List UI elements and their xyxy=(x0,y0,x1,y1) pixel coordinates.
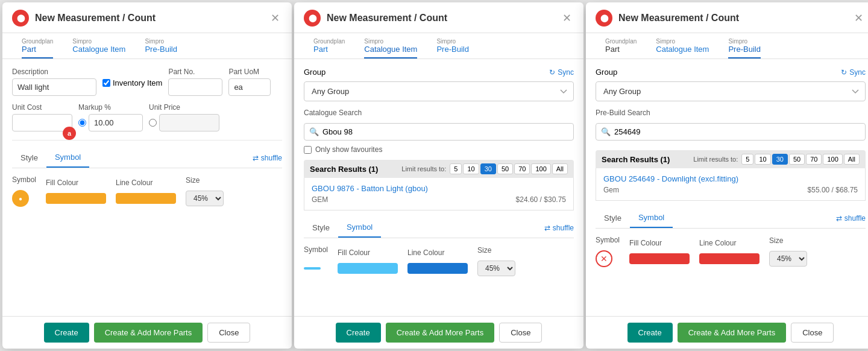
prebuild-search-row[interactable]: 🔍 xyxy=(596,123,866,141)
inventory-checkbox[interactable] xyxy=(102,79,110,87)
create-button-1[interactable]: Create xyxy=(44,323,89,343)
part-no-input[interactable] xyxy=(168,78,222,96)
unit-price-radio-input xyxy=(149,114,219,131)
limit-50-3[interactable]: 50 xyxy=(789,154,805,165)
shuffle-btn-3[interactable]: ⇄ shuffle xyxy=(836,209,866,227)
modal-1-body: a Description Inventory Item Part No. Pa… xyxy=(2,59,292,316)
limit-100-3[interactable]: 100 xyxy=(823,154,842,165)
description-group: Description xyxy=(12,68,96,96)
limit-10-3[interactable]: 10 xyxy=(755,154,770,165)
tab-2-catalogue[interactable]: Simpro Catalogue Item xyxy=(354,33,427,58)
create-button-2[interactable]: Create xyxy=(336,323,381,343)
close-button-1[interactable]: ✕ xyxy=(268,11,282,25)
tab-2-groundplan-bottom[interactable]: Part xyxy=(313,45,345,57)
group-select-2[interactable]: Any Group xyxy=(304,81,574,101)
shuffle-btn-2[interactable]: ⇄ shuffle xyxy=(544,219,574,237)
fill-colour-bar-2[interactable] xyxy=(338,263,398,274)
symbol-tab-2[interactable]: Symbol xyxy=(338,218,381,238)
fill-colour-bar-1[interactable] xyxy=(46,193,106,204)
tab-1-prebuild-bottom[interactable]: Pre-Build xyxy=(145,45,177,57)
catalogue-search-input[interactable] xyxy=(322,127,568,136)
fill-colour-bar-3[interactable] xyxy=(629,253,690,264)
group-row-2: Group ↻ Sync xyxy=(304,68,574,77)
unit-price-radio[interactable] xyxy=(149,119,157,127)
tab-2-prebuild-bottom[interactable]: Pre-Build xyxy=(436,45,468,57)
limit-70-3[interactable]: 70 xyxy=(806,154,822,165)
limit-70-2[interactable]: 70 xyxy=(514,163,530,174)
result-title-3: GBOU 254649 - Downlight (excl.fitting) xyxy=(603,174,858,183)
close-button-2[interactable]: ✕ xyxy=(560,11,574,25)
tab-3-prebuild-bottom[interactable]: Pre-Build xyxy=(728,45,760,58)
tab-1-prebuild[interactable]: Simpro Pre-Build xyxy=(135,33,186,58)
tab-2-catalogue-bottom[interactable]: Catalogue Item xyxy=(364,45,417,58)
limit-all-3[interactable]: All xyxy=(844,154,860,165)
part-uom-label: Part UoM xyxy=(228,68,271,76)
tab-2-prebuild[interactable]: Simpro Pre-Build xyxy=(427,33,478,58)
shuffle-btn[interactable]: ⇄ shuffle xyxy=(253,149,282,167)
size-label-1: Size xyxy=(186,176,224,185)
size-label-3: Size xyxy=(769,236,807,245)
sync-btn-3[interactable]: ↻ Sync xyxy=(841,68,866,77)
style-tab[interactable]: Style xyxy=(12,148,46,167)
modal-1-title-wrap: ⬤ New Measurement / Count xyxy=(12,10,156,27)
size-select-1[interactable]: 45% xyxy=(186,191,224,206)
limit-30-2[interactable]: 30 xyxy=(480,163,496,174)
create-add-button-1[interactable]: Create & Add More Parts xyxy=(94,323,203,343)
description-input[interactable] xyxy=(12,78,96,96)
line-colour-bar-1[interactable] xyxy=(116,193,176,204)
svg-rect-0 xyxy=(304,267,321,270)
sync-icon-2: ↻ xyxy=(549,68,555,77)
modal-3-body: Group ↻ Sync Any Group Pre-Build Search … xyxy=(586,59,868,316)
tab-1-catalogue[interactable]: Simpro Catalogue Item xyxy=(63,33,135,58)
result-item-2[interactable]: GBOU 9876 - Batton Light (gbou) GEM $24.… xyxy=(304,178,574,210)
tab-3-catalogue[interactable]: Simpro Catalogue Item xyxy=(646,33,719,58)
tab-3-groundplan[interactable]: Groundplan Part xyxy=(596,33,646,58)
tab-1-groundplan[interactable]: Groundplan Part xyxy=(12,33,63,58)
symbol-tab[interactable]: Symbol xyxy=(46,148,89,168)
modal-3-header: ⬤ New Measurement / Count ✕ xyxy=(586,2,868,33)
limit-all-2[interactable]: All xyxy=(552,163,568,174)
create-button-3[interactable]: Create xyxy=(627,323,673,343)
close-footer-button-2[interactable]: Close xyxy=(499,323,542,343)
part-uom-input[interactable] xyxy=(228,78,271,96)
style-tab-2[interactable]: Style xyxy=(304,218,338,237)
result-item-3[interactable]: GBOU 254649 - Downlight (excl.fitting) G… xyxy=(596,168,866,201)
sync-btn-2[interactable]: ↻ Sync xyxy=(549,68,574,77)
limit-5-2[interactable]: 5 xyxy=(450,163,462,174)
line-colour-bar-2[interactable] xyxy=(407,263,468,274)
close-footer-button-3[interactable]: Close xyxy=(791,323,834,343)
tab-2-groundplan[interactable]: Groundplan Part xyxy=(304,33,354,58)
limit-30-3[interactable]: 30 xyxy=(772,154,788,165)
tab-1-groundplan-bottom[interactable]: Part xyxy=(22,45,53,58)
symbol-tab-3[interactable]: Symbol xyxy=(630,208,673,228)
style-tab-3[interactable]: Style xyxy=(596,209,630,227)
markup-radio[interactable] xyxy=(78,119,86,127)
unit-price-input[interactable] xyxy=(159,114,219,131)
create-add-button-2[interactable]: Create & Add More Parts xyxy=(386,323,495,343)
limit-100-2[interactable]: 100 xyxy=(531,163,550,174)
limit-50-2[interactable]: 50 xyxy=(497,163,513,174)
close-button-3[interactable]: ✕ xyxy=(852,11,866,25)
markup-input[interactable] xyxy=(89,114,143,131)
prebuild-search-input[interactable] xyxy=(614,127,860,136)
inventory-label: Inventory Item xyxy=(113,78,162,87)
group-select-3[interactable]: Any Group xyxy=(596,81,866,101)
favourites-checkbox[interactable] xyxy=(304,146,312,154)
close-footer-button-1[interactable]: Close xyxy=(207,323,250,343)
tab-3-catalogue-bottom[interactable]: Catalogue Item xyxy=(656,45,709,57)
size-select-3[interactable]: 45% xyxy=(769,251,807,267)
fill-colour-label-2: Fill Colour xyxy=(338,248,398,257)
limit-10-2[interactable]: 10 xyxy=(463,163,479,174)
create-add-button-3[interactable]: Create & Add More Parts xyxy=(678,323,787,343)
tab-1-catalogue-bottom[interactable]: Catalogue Item xyxy=(72,45,125,57)
size-select-2[interactable]: 45% xyxy=(477,261,515,276)
catalogue-search-row[interactable]: 🔍 xyxy=(304,123,574,141)
unit-cost-input[interactable] xyxy=(12,114,72,131)
tab-3-groundplan-bottom[interactable]: Part xyxy=(605,45,637,57)
red-dot-1: ⬤ xyxy=(12,10,29,27)
line-colour-label-2: Line Colour xyxy=(407,248,468,257)
line-colour-bar-3[interactable] xyxy=(699,253,760,264)
limit-5-3[interactable]: 5 xyxy=(741,154,753,165)
tab-3-prebuild[interactable]: Simpro Pre-Build xyxy=(719,33,770,58)
sync-label-3: Sync xyxy=(849,68,866,77)
